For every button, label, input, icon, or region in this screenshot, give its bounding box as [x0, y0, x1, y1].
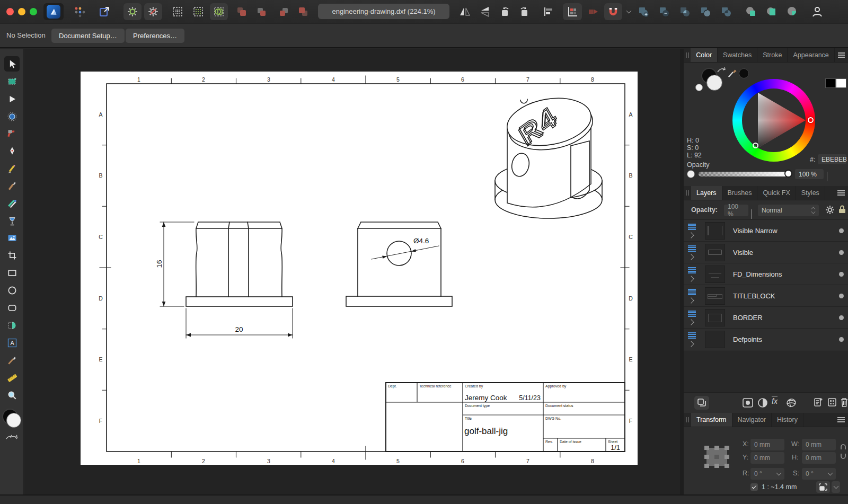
alignment-icon[interactable] [540, 3, 557, 20]
tab-appearance[interactable]: Appearance [788, 48, 834, 62]
guides-grid-toggle-icon[interactable] [563, 3, 582, 20]
designer-persona-icon[interactable] [43, 3, 64, 20]
expand-chevron-icon[interactable] [688, 319, 694, 325]
tab-layers[interactable]: Layers [691, 186, 722, 200]
zoom-tool-icon[interactable] [4, 387, 20, 403]
transform-origin-button[interactable] [816, 481, 830, 493]
layers-list-empty-area[interactable] [684, 351, 848, 392]
export-persona-icon[interactable] [95, 3, 113, 20]
tab-swatches[interactable]: Swatches [718, 48, 757, 62]
pattern-layer-icon[interactable] [827, 397, 837, 410]
account-icon[interactable] [808, 3, 827, 20]
panel-grip-icon[interactable] [684, 186, 691, 200]
layer-thumbnail[interactable] [705, 309, 725, 326]
move-backward-icon[interactable] [275, 3, 292, 20]
pencil-tool-icon[interactable] [4, 161, 20, 176]
boolean-subtract-icon[interactable] [656, 3, 673, 20]
tab-color[interactable]: Color [691, 48, 718, 62]
layer-thumbnail[interactable] [705, 244, 725, 261]
expand-chevron-icon[interactable] [688, 276, 694, 281]
opacity-slider[interactable] [699, 172, 789, 176]
layer-thumbnail[interactable] [705, 331, 725, 348]
scale-checkbox[interactable] [750, 483, 758, 491]
panel-divider[interactable] [680, 49, 684, 494]
move-to-front-icon[interactable] [233, 3, 250, 20]
layer-row[interactable]: BORDER [684, 307, 848, 329]
grid-icon[interactable] [189, 3, 207, 20]
tab-navigator[interactable]: Navigator [732, 413, 772, 427]
move-to-back-icon[interactable] [295, 3, 312, 20]
color-picker-tool-icon[interactable] [4, 352, 20, 368]
snapping-magnet-icon[interactable] [604, 3, 622, 20]
tab-brushes[interactable]: Brushes [722, 186, 758, 200]
shape-builder-tool-icon[interactable] [4, 317, 20, 333]
w-input[interactable]: 0 mm [802, 439, 836, 450]
layer-row[interactable]: Visible [684, 242, 848, 263]
transform-options-chevron-icon[interactable] [832, 481, 840, 493]
fill-stroke-swatch[interactable] [2, 409, 22, 429]
tab-quickfx[interactable]: Quick FX [757, 186, 796, 200]
rotate-cw-icon[interactable] [516, 3, 533, 20]
r-input[interactable]: 0 ° [750, 468, 784, 480]
layer-row[interactable]: Defpoints [684, 329, 848, 350]
layer-visibility-dot[interactable] [839, 272, 844, 277]
drawing-page[interactable]: 12 34 56 78 12 34 56 78 AB CD EF AB CD E… [81, 72, 638, 465]
artboard-tool-icon[interactable] [4, 74, 20, 89]
fill-tool-icon[interactable] [4, 213, 20, 228]
node-tool-icon[interactable] [4, 91, 20, 107]
boolean-intersect-icon[interactable] [676, 3, 693, 20]
adjustment-layer-icon[interactable] [757, 397, 768, 411]
boolean-divide-icon[interactable] [697, 3, 714, 20]
layers-opacity-chevron-icon[interactable] [751, 209, 752, 219]
duplicate-layer-icon[interactable] [694, 396, 709, 410]
pen-tool-icon[interactable] [4, 143, 20, 158]
y-input[interactable]: 0 mm [750, 452, 784, 464]
opacity-dropdown-chevron-icon[interactable] [827, 172, 827, 181]
opacity-slider-knob[interactable] [784, 170, 792, 178]
hue-selector-dot[interactable] [808, 117, 814, 123]
layer-row[interactable]: FD_Dimensions [684, 264, 848, 285]
mask-layer-icon[interactable] [742, 397, 754, 411]
expand-chevron-icon[interactable] [688, 254, 694, 260]
canvas-area[interactable]: 12 34 56 78 12 34 56 78 AB CD EF AB CD E… [24, 49, 680, 494]
pixel-persona-icon[interactable] [71, 3, 88, 20]
fill-color-well[interactable] [706, 75, 722, 91]
ellipse-tool-icon[interactable] [4, 282, 20, 298]
insert-target-icon[interactable] [585, 3, 602, 20]
geometry-divide-icon[interactable] [783, 3, 800, 20]
white-swatch[interactable] [836, 78, 846, 88]
snap-shapes-icon[interactable] [210, 3, 228, 20]
swap-colors-icon[interactable] [717, 66, 726, 76]
rounded-rectangle-tool-icon[interactable] [4, 300, 20, 315]
layer-visibility-dot[interactable] [839, 228, 844, 233]
gear-icon[interactable] [123, 3, 142, 20]
transparency-tool-icon[interactable] [4, 230, 20, 245]
vector-brush-tool-icon[interactable] [4, 196, 20, 211]
point-transform-tool-icon[interactable] [4, 109, 20, 124]
close-window-button[interactable] [6, 8, 14, 15]
snapping-options-chevron-icon[interactable] [624, 3, 633, 20]
tab-styles[interactable]: Styles [796, 186, 825, 200]
margins-icon[interactable] [169, 3, 187, 20]
link-dimensions-icon[interactable] [840, 444, 846, 461]
boolean-combine-icon[interactable] [718, 3, 735, 20]
expand-chevron-icon[interactable] [688, 232, 694, 238]
layers-panel-menu-icon[interactable] [834, 186, 848, 200]
tab-transform[interactable]: Transform [691, 413, 732, 427]
eyedropper-icon[interactable] [727, 67, 739, 81]
no-color-swatch[interactable] [695, 84, 703, 91]
add-layer-icon[interactable] [813, 397, 824, 410]
corner-tool-icon[interactable] [4, 126, 20, 141]
layer-visibility-dot[interactable] [839, 250, 844, 255]
tab-history[interactable]: History [772, 413, 803, 427]
preferences-button[interactable]: Preferences… [126, 29, 184, 43]
layer-row[interactable]: Visible Narrow [684, 220, 848, 242]
minimize-window-button[interactable] [18, 8, 25, 15]
measure-tool-icon[interactable] [4, 370, 20, 385]
crop-tool-icon[interactable] [4, 247, 20, 263]
delete-layer-icon[interactable] [840, 397, 848, 410]
rectangle-tool-icon[interactable] [4, 265, 20, 280]
h-input[interactable]: 0 mm [802, 452, 836, 464]
layer-thumbnail[interactable] [705, 222, 725, 240]
move-tool-icon[interactable] [4, 56, 20, 72]
